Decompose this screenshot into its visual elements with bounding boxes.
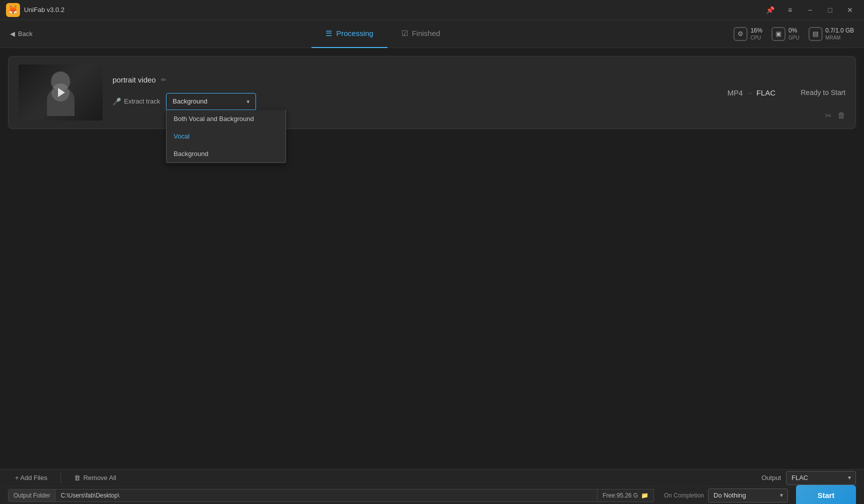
dropdown-chevron-icon: ▼ xyxy=(246,98,250,104)
mram-label: MRAM xyxy=(826,35,854,40)
app-title: UniFab v3.0.2 xyxy=(24,6,64,14)
dropdown-option-vocal[interactable]: Vocal xyxy=(166,128,286,145)
gpu-values: 0% GPU xyxy=(788,27,800,40)
start-label: Start xyxy=(818,491,834,500)
dropdown-option-background[interactable]: Background xyxy=(166,145,286,162)
play-button[interactable] xyxy=(52,84,70,102)
mram-value: 0.7/1.0 GB xyxy=(826,27,854,35)
completion-section: On Completion Do Nothing ▼ xyxy=(664,488,788,502)
free-space: Free:95.26 G 📁 xyxy=(598,489,654,502)
cpu-values: 16% CPU xyxy=(750,27,762,40)
task-card: portrait video ✏ 🎤 Extract track Backgro… xyxy=(8,56,856,129)
extract-dropdown-menu: Both Vocal and Background Vocal Backgrou… xyxy=(166,110,286,163)
bottom-bar: + Add Files 🗑 Remove All Output FLAC ▼ O… xyxy=(0,469,864,504)
title-bar-controls: 📌 ≡ − □ ✕ xyxy=(762,3,858,17)
status-text: Ready to Start xyxy=(801,88,846,96)
divider xyxy=(60,473,61,483)
pin-button[interactable]: 📌 xyxy=(762,3,778,17)
extract-dropdown-trigger[interactable]: Background ▼ xyxy=(166,93,256,110)
bottom-top-row: + Add Files 🗑 Remove All Output FLAC ▼ xyxy=(0,470,864,486)
free-space-value: Free:95.26 G xyxy=(602,492,638,499)
folder-label: Output Folder xyxy=(8,489,56,502)
delete-icon[interactable]: 🗑 xyxy=(838,111,846,120)
title-bar: 🦊 UniFab v3.0.2 📌 ≡ − □ ✕ xyxy=(0,0,864,20)
tab-processing[interactable]: ☰ Processing xyxy=(312,20,387,48)
folder-open-icon[interactable]: 📁 xyxy=(641,492,648,499)
task-format-row: MP4 → FLAC xyxy=(728,88,776,97)
dropdown-option-both[interactable]: Both Vocal and Background xyxy=(166,110,286,128)
nav-bar: ◀ Back ☰ Processing ☑ Finished ⚙ 16% CPU… xyxy=(0,20,864,48)
cpu-label: CPU xyxy=(750,35,762,40)
back-label: Back xyxy=(18,30,32,38)
close-button[interactable]: ✕ xyxy=(842,3,858,17)
app-logo: 🦊 xyxy=(6,3,20,17)
tab-finished[interactable]: ☑ Finished xyxy=(388,20,454,48)
output-label: Output xyxy=(762,474,781,482)
back-chevron-icon: ◀ xyxy=(10,30,15,38)
menu-button[interactable]: ≡ xyxy=(782,3,798,17)
processing-icon: ☰ xyxy=(326,29,332,38)
finished-label: Finished xyxy=(412,29,440,38)
back-button[interactable]: ◀ Back xyxy=(10,30,32,38)
task-status: Ready to Start xyxy=(801,88,846,96)
extract-track-label: Extract track xyxy=(124,98,160,105)
extract-dropdown-wrapper: Background ▼ Both Vocal and Background V… xyxy=(166,93,256,110)
video-thumbnail xyxy=(18,64,102,120)
finished-icon: ☑ xyxy=(402,29,408,38)
cpu-stat: ⚙ 16% CPU xyxy=(734,27,762,41)
on-completion-label: On Completion xyxy=(664,492,704,499)
output-section: Output FLAC ▼ xyxy=(762,471,856,485)
task-header: portrait video ✏ xyxy=(112,76,846,84)
completion-chevron-icon: ▼ xyxy=(779,492,784,498)
format-to: FLAC xyxy=(756,88,776,97)
completion-dropdown[interactable]: Do Nothing ▼ xyxy=(708,488,788,502)
remove-all-button[interactable]: 🗑 Remove All xyxy=(67,470,124,486)
gpu-stat: ▣ 0% GPU xyxy=(772,27,800,41)
cpu-value: 16% xyxy=(750,27,762,35)
play-icon xyxy=(58,88,65,97)
add-files-button[interactable]: + Add Files xyxy=(8,470,54,486)
extract-label: 🎤 Extract track xyxy=(112,98,160,106)
mic-icon: 🎤 xyxy=(112,98,121,106)
processing-label: Processing xyxy=(336,29,373,38)
nav-tabs: ☰ Processing ☑ Finished xyxy=(42,20,724,48)
output-chevron-icon: ▼ xyxy=(847,475,852,480)
gpu-label: GPU xyxy=(788,35,800,40)
minimize-button[interactable]: − xyxy=(802,3,818,17)
title-bar-left: 🦊 UniFab v3.0.2 xyxy=(6,3,64,17)
gpu-icon: ▣ xyxy=(772,27,786,41)
start-button[interactable]: Start xyxy=(796,485,856,504)
format-arrow-icon: → xyxy=(746,88,754,97)
main-content: portrait video ✏ 🎤 Extract track Backgro… xyxy=(0,48,864,469)
output-dropdown-wrapper: FLAC ▼ xyxy=(786,471,856,485)
dropdown-selected-value: Background xyxy=(172,98,207,105)
gpu-value: 0% xyxy=(788,27,800,35)
edit-icon[interactable]: ✏ xyxy=(161,76,166,84)
cpu-icon: ⚙ xyxy=(734,27,748,41)
sys-stats: ⚙ 16% CPU ▣ 0% GPU ▤ 0.7/1.0 GB MRAM xyxy=(734,27,854,41)
folder-path[interactable]: C:\Users\fab\Desktop\ xyxy=(56,489,598,502)
format-from: MP4 xyxy=(728,88,743,97)
mram-values: 0.7/1.0 GB MRAM xyxy=(826,27,854,40)
add-files-label: + Add Files xyxy=(15,474,48,482)
trash-icon: 🗑 xyxy=(74,474,80,482)
mram-icon: ▤ xyxy=(808,27,822,41)
folder-section: Output Folder C:\Users\fab\Desktop\ Free… xyxy=(8,489,654,502)
task-actions: ✂ 🗑 xyxy=(825,111,846,120)
mram-stat: ▤ 0.7/1.0 GB MRAM xyxy=(808,27,854,41)
bottom-bottom-row: Output Folder C:\Users\fab\Desktop\ Free… xyxy=(0,486,864,504)
output-dropdown[interactable]: FLAC ▼ xyxy=(786,471,856,485)
scissors-icon[interactable]: ✂ xyxy=(825,111,832,120)
completion-dropdown-wrapper: Do Nothing ▼ xyxy=(708,488,788,502)
output-value: FLAC xyxy=(792,474,808,482)
completion-value: Do Nothing xyxy=(714,492,746,499)
maximize-button[interactable]: □ xyxy=(822,3,838,17)
task-name: portrait video xyxy=(112,76,156,84)
remove-all-label: Remove All xyxy=(84,474,116,482)
